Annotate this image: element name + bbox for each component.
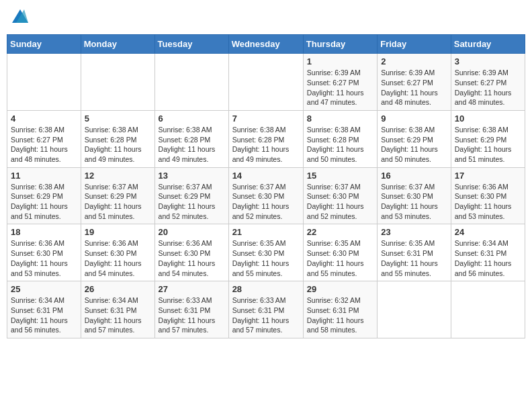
day-number: 9 <box>381 113 447 124</box>
day-number: 16 <box>381 171 447 181</box>
day-info: Sunrise: 6:36 AMSunset: 6:30 PMDaylight:… <box>85 238 151 278</box>
day-info: Sunrise: 6:34 AMSunset: 6:31 PMDaylight:… <box>85 295 151 335</box>
day-number: 8 <box>307 113 373 124</box>
calendar-week-row: 18Sunrise: 6:36 AMSunset: 6:30 PMDayligh… <box>7 224 525 281</box>
calendar-week-row: 11Sunrise: 6:38 AMSunset: 6:29 PMDayligh… <box>7 167 525 224</box>
day-info: Sunrise: 6:37 AMSunset: 6:29 PMDaylight:… <box>85 182 151 222</box>
day-info: Sunrise: 6:38 AMSunset: 6:29 PMDaylight:… <box>381 125 447 165</box>
calendar-cell <box>451 281 525 338</box>
calendar-cell: 22Sunrise: 6:35 AMSunset: 6:30 PMDayligh… <box>303 224 377 281</box>
day-number: 18 <box>11 227 77 237</box>
day-number: 5 <box>85 113 151 124</box>
day-info: Sunrise: 6:37 AMSunset: 6:30 PMDaylight:… <box>307 182 373 222</box>
day-number: 12 <box>85 171 151 181</box>
calendar-cell <box>154 54 228 111</box>
day-number: 13 <box>159 171 225 181</box>
day-number: 6 <box>159 113 225 124</box>
day-info: Sunrise: 6:36 AMSunset: 6:30 PMDaylight:… <box>159 238 225 278</box>
day-number: 7 <box>232 113 300 124</box>
calendar-header-monday: Monday <box>81 35 154 54</box>
day-info: Sunrise: 6:33 AMSunset: 6:31 PMDaylight:… <box>159 295 225 335</box>
day-info: Sunrise: 6:39 AMSunset: 6:27 PMDaylight:… <box>455 68 521 107</box>
calendar-header-sunday: Sunday <box>7 35 81 54</box>
day-info: Sunrise: 6:35 AMSunset: 6:30 PMDaylight:… <box>232 238 300 278</box>
calendar-cell <box>7 54 81 111</box>
day-number: 28 <box>232 284 300 294</box>
calendar-cell: 17Sunrise: 6:36 AMSunset: 6:30 PMDayligh… <box>451 167 525 224</box>
day-number: 17 <box>455 171 521 181</box>
day-info: Sunrise: 6:37 AMSunset: 6:30 PMDaylight:… <box>232 182 300 222</box>
day-number: 27 <box>159 284 225 294</box>
calendar-cell: 11Sunrise: 6:38 AMSunset: 6:29 PMDayligh… <box>7 167 81 224</box>
day-number: 1 <box>307 56 373 66</box>
calendar-cell <box>378 281 451 338</box>
logo <box>11 9 28 26</box>
day-number: 26 <box>85 284 151 294</box>
calendar-cell: 12Sunrise: 6:37 AMSunset: 6:29 PMDayligh… <box>81 167 154 224</box>
calendar-header-wednesday: Wednesday <box>228 35 303 54</box>
calendar-cell: 26Sunrise: 6:34 AMSunset: 6:31 PMDayligh… <box>81 281 154 338</box>
day-info: Sunrise: 6:38 AMSunset: 6:27 PMDaylight:… <box>11 125 77 165</box>
calendar-cell: 9Sunrise: 6:38 AMSunset: 6:29 PMDaylight… <box>378 110 451 167</box>
day-info: Sunrise: 6:35 AMSunset: 6:30 PMDaylight:… <box>307 238 373 278</box>
day-info: Sunrise: 6:38 AMSunset: 6:28 PMDaylight:… <box>232 125 300 165</box>
calendar-cell: 2Sunrise: 6:39 AMSunset: 6:27 PMDaylight… <box>378 54 451 111</box>
day-info: Sunrise: 6:38 AMSunset: 6:28 PMDaylight:… <box>159 125 225 165</box>
day-info: Sunrise: 6:37 AMSunset: 6:29 PMDaylight:… <box>159 182 225 222</box>
calendar-cell: 8Sunrise: 6:38 AMSunset: 6:28 PMDaylight… <box>303 110 377 167</box>
day-info: Sunrise: 6:38 AMSunset: 6:29 PMDaylight:… <box>455 125 521 165</box>
calendar-cell: 20Sunrise: 6:36 AMSunset: 6:30 PMDayligh… <box>154 224 228 281</box>
calendar-week-row: 1Sunrise: 6:39 AMSunset: 6:27 PMDaylight… <box>7 54 525 111</box>
calendar-cell: 5Sunrise: 6:38 AMSunset: 6:28 PMDaylight… <box>81 110 154 167</box>
calendar-cell <box>81 54 154 111</box>
day-number: 19 <box>85 227 151 237</box>
day-number: 14 <box>232 171 300 181</box>
day-number: 23 <box>381 227 447 237</box>
calendar-cell: 29Sunrise: 6:32 AMSunset: 6:31 PMDayligh… <box>303 281 377 338</box>
day-info: Sunrise: 6:36 AMSunset: 6:30 PMDaylight:… <box>455 182 521 222</box>
calendar-cell <box>228 54 303 111</box>
day-number: 4 <box>11 113 77 124</box>
day-info: Sunrise: 6:38 AMSunset: 6:28 PMDaylight:… <box>85 125 151 165</box>
day-number: 15 <box>307 171 373 181</box>
day-info: Sunrise: 6:35 AMSunset: 6:31 PMDaylight:… <box>381 238 447 278</box>
calendar-cell: 4Sunrise: 6:38 AMSunset: 6:27 PMDaylight… <box>7 110 81 167</box>
day-info: Sunrise: 6:33 AMSunset: 6:31 PMDaylight:… <box>232 295 300 335</box>
calendar-cell: 7Sunrise: 6:38 AMSunset: 6:28 PMDaylight… <box>228 110 303 167</box>
calendar-cell: 14Sunrise: 6:37 AMSunset: 6:30 PMDayligh… <box>228 167 303 224</box>
calendar-cell: 15Sunrise: 6:37 AMSunset: 6:30 PMDayligh… <box>303 167 377 224</box>
calendar-table: SundayMondayTuesdayWednesdayThursdayFrid… <box>7 34 525 338</box>
page-header <box>7 7 525 29</box>
day-number: 2 <box>381 56 447 66</box>
day-info: Sunrise: 6:39 AMSunset: 6:27 PMDaylight:… <box>381 68 447 107</box>
calendar-cell: 13Sunrise: 6:37 AMSunset: 6:29 PMDayligh… <box>154 167 228 224</box>
day-number: 21 <box>232 227 300 237</box>
calendar-cell: 24Sunrise: 6:34 AMSunset: 6:31 PMDayligh… <box>451 224 525 281</box>
calendar-cell: 3Sunrise: 6:39 AMSunset: 6:27 PMDaylight… <box>451 54 525 111</box>
calendar-cell: 25Sunrise: 6:34 AMSunset: 6:31 PMDayligh… <box>7 281 81 338</box>
day-info: Sunrise: 6:36 AMSunset: 6:30 PMDaylight:… <box>11 238 77 278</box>
calendar-cell: 18Sunrise: 6:36 AMSunset: 6:30 PMDayligh… <box>7 224 81 281</box>
day-number: 25 <box>11 284 77 294</box>
calendar-cell: 23Sunrise: 6:35 AMSunset: 6:31 PMDayligh… <box>378 224 451 281</box>
day-number: 22 <box>307 227 373 237</box>
day-info: Sunrise: 6:38 AMSunset: 6:29 PMDaylight:… <box>11 182 77 222</box>
day-info: Sunrise: 6:34 AMSunset: 6:31 PMDaylight:… <box>455 238 521 278</box>
calendar-cell: 10Sunrise: 6:38 AMSunset: 6:29 PMDayligh… <box>451 110 525 167</box>
calendar-cell: 27Sunrise: 6:33 AMSunset: 6:31 PMDayligh… <box>154 281 228 338</box>
day-number: 24 <box>455 227 521 237</box>
calendar-header-thursday: Thursday <box>303 35 377 54</box>
calendar-header-tuesday: Tuesday <box>154 35 228 54</box>
day-info: Sunrise: 6:37 AMSunset: 6:30 PMDaylight:… <box>381 182 447 222</box>
day-number: 20 <box>159 227 225 237</box>
day-number: 3 <box>455 56 521 66</box>
day-info: Sunrise: 6:39 AMSunset: 6:27 PMDaylight:… <box>307 68 373 107</box>
calendar-cell: 1Sunrise: 6:39 AMSunset: 6:27 PMDaylight… <box>303 54 377 111</box>
day-info: Sunrise: 6:32 AMSunset: 6:31 PMDaylight:… <box>307 295 373 335</box>
calendar-week-row: 4Sunrise: 6:38 AMSunset: 6:27 PMDaylight… <box>7 110 525 167</box>
day-number: 11 <box>11 171 77 181</box>
calendar-header-saturday: Saturday <box>451 35 525 54</box>
calendar-header-row: SundayMondayTuesdayWednesdayThursdayFrid… <box>7 35 525 54</box>
day-info: Sunrise: 6:34 AMSunset: 6:31 PMDaylight:… <box>11 295 77 335</box>
calendar-cell: 16Sunrise: 6:37 AMSunset: 6:30 PMDayligh… <box>378 167 451 224</box>
